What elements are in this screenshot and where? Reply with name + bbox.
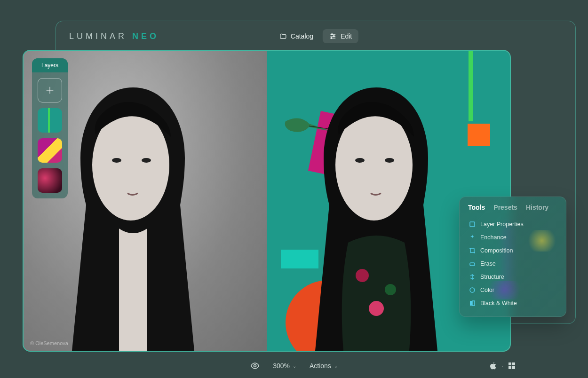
tool-label: Layer Properties <box>480 221 524 228</box>
tool-label: Erase <box>480 260 496 267</box>
add-layer-button[interactable] <box>38 78 62 102</box>
deco-flower-rose <box>387 310 424 344</box>
structure-icon <box>469 274 476 280</box>
tools-list: Layer Properties Enchance Composition Er… <box>460 216 566 316</box>
logo-main: LUMINAR <box>69 32 127 41</box>
square-icon <box>469 221 476 228</box>
tab-edit[interactable]: Edit <box>323 29 358 43</box>
svg-rect-23 <box>509 362 511 365</box>
tool-enhance[interactable]: Enchance <box>464 231 561 244</box>
zoom-control[interactable]: 300% ⌄ <box>273 362 296 370</box>
tool-label: Structure <box>480 274 504 280</box>
tool-composition[interactable]: Composition <box>464 244 561 257</box>
svg-rect-21 <box>472 301 475 306</box>
svg-point-4 <box>334 36 335 37</box>
svg-rect-24 <box>512 362 515 365</box>
tool-erase[interactable]: Erase <box>464 257 561 270</box>
image-credit: © OleSemenova <box>30 340 68 346</box>
editor-window: © OleSemenova Layers <box>23 50 511 352</box>
logo-sub: NEO <box>132 32 159 41</box>
platform-icons: · <box>489 362 516 370</box>
svg-point-19 <box>470 288 475 292</box>
actions-label: Actions <box>310 362 331 370</box>
tab-history[interactable]: History <box>526 204 548 211</box>
tab-presets[interactable]: Presets <box>493 204 517 211</box>
sparkle-icon <box>469 234 476 241</box>
tab-catalog[interactable]: Catalog <box>273 29 320 43</box>
tools-panel-tabs: Tools Presets History <box>460 197 566 216</box>
layers-panel: Layers <box>32 58 68 198</box>
mode-tabs: Catalog Edit <box>273 29 358 43</box>
layer-thumb-1[interactable] <box>38 108 62 133</box>
tool-label: Enchance <box>480 234 507 241</box>
deco-teal-square <box>281 250 318 268</box>
plus-icon <box>45 85 55 95</box>
bottom-bar: 300% ⌄ Actions ⌄ · <box>0 361 588 370</box>
tab-catalog-label: Catalog <box>291 32 313 40</box>
color-icon <box>469 287 476 293</box>
tool-label: Composition <box>480 247 513 254</box>
top-bar: LUMINAR NEO Catalog Edit <box>56 21 575 51</box>
hummingbird-icon <box>281 112 337 140</box>
windows-icon <box>508 362 516 370</box>
separator-dot: · <box>501 362 503 370</box>
layer-thumb-2[interactable] <box>38 138 62 163</box>
tool-label: Color <box>480 287 494 293</box>
actions-menu[interactable]: Actions ⌄ <box>310 362 338 370</box>
tool-black-white[interactable]: Black & White <box>464 297 561 310</box>
svg-point-6 <box>92 110 169 220</box>
crop-icon <box>469 247 476 254</box>
svg-point-3 <box>332 34 333 35</box>
contrast-icon <box>469 300 476 307</box>
svg-point-15 <box>385 284 396 295</box>
visibility-toggle[interactable] <box>250 361 260 370</box>
svg-rect-17 <box>470 222 475 227</box>
svg-point-22 <box>254 365 256 367</box>
svg-point-8 <box>142 158 151 163</box>
svg-point-13 <box>385 158 394 163</box>
tool-label: Black & White <box>480 300 517 307</box>
eye-icon <box>250 361 260 370</box>
deco-orange-square <box>468 124 490 146</box>
svg-point-14 <box>356 269 369 282</box>
folder-icon <box>279 32 287 40</box>
eraser-icon <box>469 260 476 267</box>
svg-rect-18 <box>470 263 475 266</box>
tab-tools[interactable]: Tools <box>468 204 485 211</box>
canvas-before[interactable]: © OleSemenova Layers <box>24 51 267 351</box>
zoom-value: 300% <box>273 362 290 370</box>
tool-layer-properties[interactable]: Layer Properties <box>464 218 561 231</box>
svg-rect-26 <box>512 366 515 369</box>
chevron-down-icon: ⌄ <box>293 363 296 369</box>
svg-point-16 <box>369 301 384 316</box>
layer-thumb-3[interactable] <box>38 168 62 193</box>
chevron-down-icon: ⌄ <box>334 363 338 369</box>
sliders-icon <box>329 32 337 40</box>
tab-edit-label: Edit <box>341 32 352 40</box>
svg-point-5 <box>331 38 332 39</box>
app-logo: LUMINAR NEO <box>69 32 159 41</box>
tool-color[interactable]: Color <box>464 284 561 297</box>
svg-rect-25 <box>509 366 511 369</box>
apple-icon <box>489 362 497 370</box>
tools-panel: Tools Presets History Layer Properties E… <box>459 197 566 317</box>
svg-point-7 <box>112 158 121 163</box>
tool-structure[interactable]: Structure <box>464 270 561 284</box>
layers-title: Layers <box>32 58 68 72</box>
deco-green-line <box>469 51 473 121</box>
